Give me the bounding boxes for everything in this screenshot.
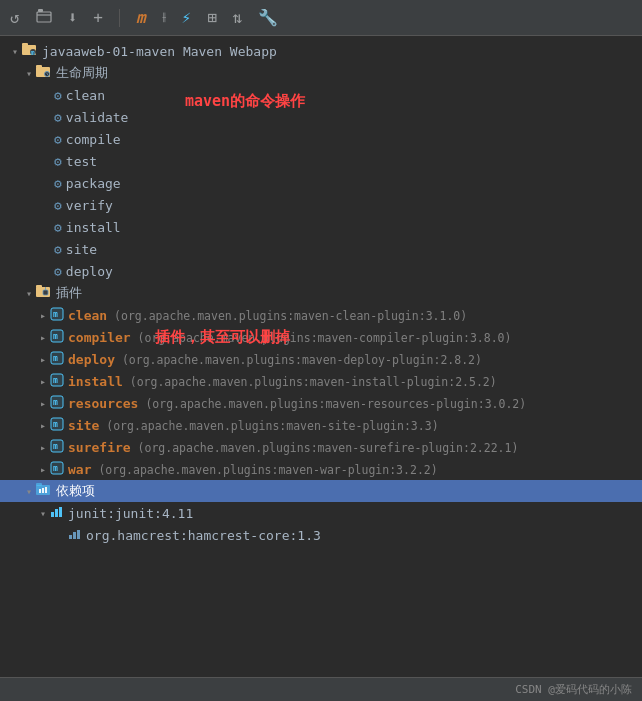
svg-rect-46 (77, 530, 80, 539)
plugin-resources-icon: m (50, 395, 64, 412)
plugin-deploy-icon: m (50, 351, 64, 368)
svg-text:m: m (53, 420, 58, 429)
site-gear-icon: ⚙ (54, 242, 62, 257)
svg-rect-7 (36, 65, 42, 68)
validate-gear-icon: ⚙ (54, 110, 62, 125)
svg-text:m: m (53, 332, 58, 341)
test-label: test (66, 154, 97, 169)
lifecycle-arrow (22, 68, 36, 79)
settings-icon[interactable]: 🔧 (254, 6, 282, 29)
plugin-war-arrow (36, 464, 50, 475)
plugin-deploy-label: deploy (org.apache.maven.plugins:maven-d… (68, 352, 482, 367)
svg-rect-42 (55, 509, 58, 517)
junit-node[interactable]: junit:junit:4.11 (0, 502, 642, 524)
svg-rect-44 (69, 535, 72, 539)
svg-text:m: m (53, 398, 58, 407)
root-arrow (8, 46, 22, 57)
plugin-install-arrow (36, 376, 50, 387)
root-label: javaaweb-01-maven Maven Webapp (42, 44, 277, 59)
hamcrest-bar-icon (68, 527, 82, 544)
plugin-site-node[interactable]: m site (org.apache.maven.plugins:maven-s… (0, 414, 642, 436)
svg-rect-45 (73, 532, 76, 539)
install-label: install (66, 220, 121, 235)
download-icon[interactable]: ⬇ (64, 6, 82, 29)
svg-text:m: m (53, 354, 58, 363)
dependencies-icon (36, 483, 52, 500)
site-node[interactable]: ⚙ site (0, 238, 642, 260)
plugin-war-icon: m (50, 461, 64, 478)
compile-node[interactable]: ⚙ compile (0, 128, 642, 150)
plugins-label: 插件 (56, 284, 82, 302)
plugin-surefire-icon: m (50, 439, 64, 456)
plugin-resources-arrow (36, 398, 50, 409)
plugins-icon (36, 285, 52, 302)
package-node[interactable]: ⚙ package (0, 172, 642, 194)
svg-rect-43 (59, 507, 62, 517)
plugin-surefire-node[interactable]: m surefire (org.apache.maven.plugins:mav… (0, 436, 642, 458)
svg-rect-40 (45, 487, 47, 493)
deploy-node[interactable]: ⚙ deploy (0, 260, 642, 282)
svg-rect-10 (36, 285, 42, 288)
open-icon[interactable] (32, 6, 56, 30)
verify-node[interactable]: ⚙ verify (0, 194, 642, 216)
footer: CSDN @爱码代码的小陈 (0, 677, 642, 701)
plugin-clean-node[interactable]: m clean (org.apache.maven.plugins:maven-… (0, 304, 642, 326)
plugin-install-icon: m (50, 373, 64, 390)
plugin-surefire-label: surefire (org.apache.maven.plugins:maven… (68, 440, 518, 455)
install-node[interactable]: ⚙ install (0, 216, 642, 238)
install-gear-icon: ⚙ (54, 220, 62, 235)
plugin-clean-icon: m (50, 307, 64, 324)
plugin-clean-arrow (36, 310, 50, 321)
plugin-surefire-arrow (36, 442, 50, 453)
bolt-icon[interactable]: ⚡ (178, 6, 196, 29)
add-icon[interactable]: + (89, 6, 107, 29)
plugin-install-node[interactable]: m install (org.apache.maven.plugins:mave… (0, 370, 642, 392)
sep1 (119, 9, 120, 27)
package-gear-icon: ⚙ (54, 176, 62, 191)
maven-tree: m javaaweb-01-maven Maven Webapp 生命周期 ⚙ … (0, 36, 642, 677)
toolbar: ↺ ⬇ + m ⫲ ⚡ ⊞ ⇅ 🔧 (0, 0, 642, 36)
validate-label: validate (66, 110, 129, 125)
plugin-site-arrow (36, 420, 50, 431)
lifecycle-icon (36, 65, 52, 82)
svg-rect-3 (22, 43, 28, 46)
plugin-compiler-arrow (36, 332, 50, 343)
svg-text:m: m (53, 464, 58, 473)
svg-text:m: m (31, 49, 35, 57)
lifecycle-node[interactable]: 生命周期 (0, 62, 642, 84)
hamcrest-node[interactable]: org.hamcrest:hamcrest-core:1.3 (0, 524, 642, 546)
plugins-node[interactable]: 插件 (0, 282, 642, 304)
svg-text:m: m (53, 442, 58, 451)
svg-rect-41 (51, 512, 54, 517)
plugin-war-node[interactable]: m war (org.apache.maven.plugins:maven-wa… (0, 458, 642, 480)
verify-label: verify (66, 198, 113, 213)
svg-rect-0 (37, 12, 51, 22)
plugin-compiler-node[interactable]: m compiler (org.apache.maven.plugins:mav… (0, 326, 642, 348)
maven-icon[interactable]: m (132, 6, 150, 29)
test-node[interactable]: ⚙ test (0, 150, 642, 172)
parallel-icon[interactable]: ⫲ (158, 7, 170, 28)
plugin-deploy-node[interactable]: m deploy (org.apache.maven.plugins:maven… (0, 348, 642, 370)
footer-credit: CSDN @爱码代码的小陈 (515, 682, 632, 697)
plugin-resources-node[interactable]: m resources (org.apache.maven.plugins:ma… (0, 392, 642, 414)
verify-gear-icon: ⚙ (54, 198, 62, 213)
plugin-compiler-label: compiler (org.apache.maven.plugins:maven… (68, 330, 511, 345)
svg-rect-1 (38, 9, 43, 12)
refresh-icon[interactable]: ↺ (6, 6, 24, 29)
plugin-compiler-icon: m (50, 329, 64, 346)
clean-node[interactable]: ⚙ clean (0, 84, 642, 106)
validate-node[interactable]: ⚙ validate (0, 106, 642, 128)
sort-icon[interactable]: ⇅ (229, 6, 247, 29)
dependencies-node[interactable]: 依赖项 (0, 480, 642, 502)
junit-arrow (36, 508, 50, 519)
svg-rect-37 (36, 483, 42, 486)
plugin-resources-label: resources (org.apache.maven.plugins:mave… (68, 396, 526, 411)
compile-gear-icon: ⚙ (54, 132, 62, 147)
compile-label: compile (66, 132, 121, 147)
plugin-war-label: war (org.apache.maven.plugins:maven-war-… (68, 462, 438, 477)
grid-icon[interactable]: ⊞ (203, 6, 221, 29)
deploy-gear-icon: ⚙ (54, 264, 62, 279)
site-label: site (66, 242, 97, 257)
svg-rect-11 (43, 290, 48, 295)
root-node[interactable]: m javaaweb-01-maven Maven Webapp (0, 40, 642, 62)
